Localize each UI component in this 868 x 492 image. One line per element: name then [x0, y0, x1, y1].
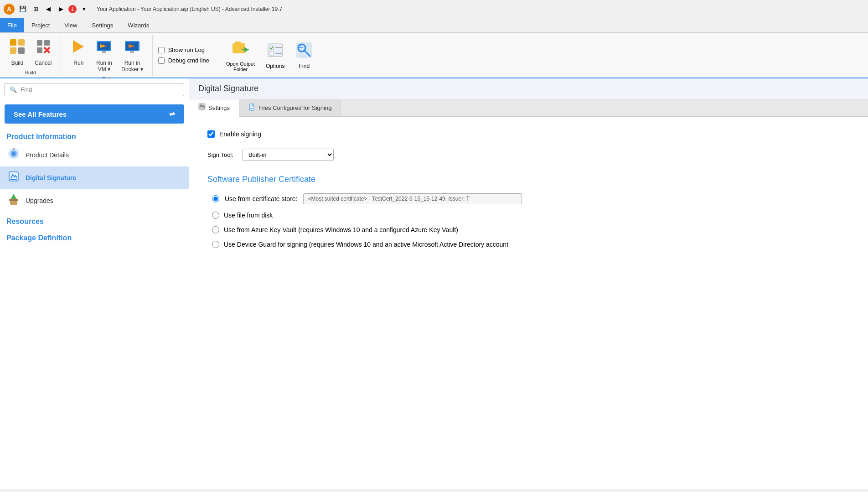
run-docker-button[interactable]: Run inDocker ▾ — [118, 36, 146, 74]
radio-azure-key-vault[interactable]: Use from Azure Key Vault (requires Windo… — [212, 226, 850, 233]
section-title-certificate: Software Publisher Certificate — [207, 175, 850, 184]
debug-cmd-checkbox[interactable] — [158, 57, 165, 64]
radio-azure-input[interactable] — [212, 226, 219, 233]
see-all-icon: ⇌ — [169, 110, 175, 118]
tab-files-configured[interactable]: Files Configured for Signing — [239, 99, 341, 116]
svg-rect-37 — [10, 179, 17, 180]
svg-rect-3 — [18, 47, 25, 54]
menu-item-project[interactable]: Project — [24, 18, 57, 32]
undo-icon[interactable]: ◀ — [43, 4, 54, 15]
see-all-features-button[interactable]: See All Features ⇌ — [5, 104, 184, 124]
redo-icon[interactable]: ▶ — [56, 4, 67, 15]
sign-tool-select[interactable]: Built-in Custom — [243, 149, 334, 161]
radio-device-guard-label: Use Device Guard for signing (requires W… — [224, 241, 508, 248]
svg-rect-18 — [232, 43, 245, 53]
svg-marker-9 — [73, 40, 84, 53]
settings-tab-label: Settings — [208, 104, 230, 111]
files-configured-tab-label: Files Configured for Signing — [258, 104, 331, 111]
grid-icon[interactable]: ⊞ — [30, 4, 41, 15]
run-docker-icon — [124, 38, 140, 58]
menu-item-view[interactable]: View — [57, 18, 84, 32]
sidebar-item-digital-signature[interactable]: Digital Signature — [0, 166, 189, 189]
svg-marker-40 — [11, 194, 16, 199]
options-icon — [267, 41, 284, 62]
ribbon-build-buttons: Build Cancel — [5, 36, 55, 68]
run-label: Run — [73, 60, 83, 66]
title-bar-icons: 💾 ⊞ ◀ ▶ 1 ▾ — [17, 4, 89, 15]
svg-rect-25 — [275, 47, 282, 48]
menu-item-settings[interactable]: Settings — [84, 18, 120, 32]
resources-title: Resources — [0, 212, 189, 228]
find-icon — [295, 41, 313, 62]
build-label: Build — [11, 60, 24, 66]
svg-rect-24 — [270, 52, 274, 55]
options-button[interactable]: Options — [262, 40, 288, 71]
sidebar-item-upgrades[interactable]: Upgrades — [0, 189, 189, 212]
options-label: Options — [266, 63, 284, 69]
digital-signature-label: Digital Signature — [26, 174, 76, 181]
sidebar-search-input[interactable] — [21, 86, 179, 93]
sidebar-search-container[interactable]: 🔍 — [5, 83, 184, 96]
main-layout: 🔍 See All Features ⇌ Product Information… — [0, 78, 868, 489]
window-title: Your Application - Your Application.aip … — [97, 6, 282, 12]
cancel-button[interactable]: Cancel — [31, 36, 55, 68]
tab-bar: Settings Files Configured for Signing — [189, 99, 868, 117]
upgrades-label: Upgrades — [26, 197, 53, 204]
debug-cmd-text: Debug cmd line — [168, 57, 209, 64]
run-button[interactable]: Run — [67, 36, 90, 68]
radio-cert-store-label: Use from certificate store: — [225, 195, 298, 202]
svg-rect-2 — [10, 47, 16, 54]
cancel-label: Cancel — [35, 60, 52, 66]
digital-signature-icon — [6, 170, 21, 186]
package-definition-title: Package Definition — [0, 228, 189, 245]
svg-rect-30 — [298, 45, 301, 46]
show-run-log-label[interactable]: Show run Log — [158, 47, 209, 53]
see-all-label: See All Features — [14, 110, 67, 118]
svg-rect-17 — [130, 51, 134, 53]
sidebar-item-product-details[interactable]: Product Details — [0, 144, 189, 166]
radio-device-guard[interactable]: Use Device Guard for signing (requires W… — [212, 241, 850, 248]
radio-cert-store[interactable]: Use from certificate store: <Most suited… — [212, 193, 850, 204]
find-button[interactable]: Find — [292, 40, 316, 71]
svg-rect-19 — [235, 41, 241, 44]
run-vm-button[interactable]: Run inVM ▾ — [92, 36, 116, 74]
radio-file-disk-input[interactable] — [212, 212, 219, 219]
ribbon-checkboxes: Show run Log Debug cmd line — [153, 35, 215, 76]
open-output-label: Open OutputFolder — [226, 61, 255, 72]
enable-signing-checkbox[interactable] — [207, 130, 215, 138]
sign-tool-row: Sign Tool: Built-in Custom — [207, 149, 850, 161]
ribbon-run-group: Run Run inVM ▾ — [61, 35, 152, 76]
app-logo: A — [4, 4, 15, 15]
open-output-button[interactable]: Open OutputFolder — [222, 37, 258, 74]
find-label: Find — [299, 63, 310, 69]
svg-rect-13 — [102, 51, 106, 53]
menu-item-file[interactable]: File — [0, 18, 24, 32]
radio-cert-store-input[interactable] — [212, 195, 219, 202]
run-icon — [70, 38, 87, 58]
svg-rect-43 — [250, 107, 253, 107]
product-information-title: Product Information — [0, 127, 189, 144]
svg-rect-5 — [44, 40, 50, 46]
upgrades-icon — [6, 193, 21, 208]
dropdown-icon[interactable]: ▾ — [78, 4, 89, 15]
radio-file-disk[interactable]: Use file from disk — [212, 212, 850, 219]
cert-store-value: <Most suited certificate> - TestCert_202… — [303, 193, 522, 204]
enable-signing-row: Enable signing — [207, 130, 850, 138]
menu-item-wizards[interactable]: Wizards — [120, 18, 156, 32]
menu-bar: File Project View Settings Wizards — [0, 18, 868, 33]
ribbon: Build Cancel Build — [0, 33, 868, 78]
debug-cmd-label[interactable]: Debug cmd line — [158, 57, 209, 64]
certificate-radio-group: Use from certificate store: <Most suited… — [207, 193, 850, 248]
svg-point-34 — [12, 152, 15, 155]
build-button[interactable]: Build — [5, 36, 29, 68]
files-tab-icon — [248, 104, 256, 113]
ribbon-build-group-label: Build — [25, 68, 36, 75]
save-icon[interactable]: 💾 — [17, 4, 28, 15]
ribbon-run-buttons: Run Run inVM ▾ — [67, 36, 146, 74]
show-run-log-checkbox[interactable] — [158, 47, 165, 53]
svg-rect-21 — [242, 49, 249, 50]
svg-rect-31 — [298, 47, 303, 48]
content-area: Digital Signature Settings — [189, 78, 868, 489]
radio-device-guard-input[interactable] — [212, 241, 219, 248]
tab-settings[interactable]: Settings — [189, 99, 239, 117]
